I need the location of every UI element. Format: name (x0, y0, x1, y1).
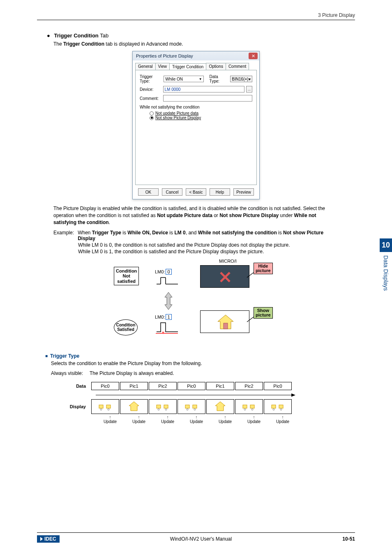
body-paragraph-1: The Picture Display is enabled while the… (53, 205, 339, 226)
svg-rect-15 (250, 405, 254, 408)
dialog-button-row: OK Cancel < Basic Help Preview (133, 185, 259, 199)
display-cell (206, 399, 234, 414)
data-cell: Pic1 (120, 382, 148, 390)
display-cell (149, 399, 177, 414)
clock-high-icon (155, 320, 180, 335)
svg-point-16 (244, 409, 246, 410)
side-chapter-title: Data Displays (383, 255, 389, 291)
device-label: Device: (140, 87, 163, 92)
tab-view[interactable]: View (155, 63, 170, 70)
svg-point-17 (251, 409, 253, 410)
side-tab: 10 Data Displays (380, 238, 392, 291)
example-block: Example: When Trigger Type is While ON, … (53, 230, 339, 254)
svg-rect-10 (185, 405, 189, 408)
data-type-combo[interactable]: BIN16(+)▾ (230, 76, 252, 82)
svg-rect-3 (106, 405, 111, 408)
arrow-icon (246, 272, 254, 280)
data-cell: Pic1 (206, 382, 234, 390)
screen-shown (200, 310, 249, 333)
header-breadcrumb: 3 Picture Display (37, 12, 355, 18)
footer-center: WindO/I-NV2 User's Manual (170, 536, 232, 542)
display-cell (235, 399, 263, 414)
svg-rect-7 (164, 405, 168, 408)
lm0-1-label: LM0:1 (155, 314, 172, 320)
data-cell: Pic0 (91, 382, 119, 390)
device-browse-button[interactable]: ... (246, 86, 252, 92)
section-intro: The Trigger Condition tab is displayed i… (53, 41, 355, 47)
data-type-label: Data Type: (210, 74, 229, 83)
properties-dialog: Properties of Picture Display ✕ General … (132, 51, 260, 199)
basic-button[interactable]: < Basic (186, 188, 206, 196)
clock-low-icon (155, 275, 180, 287)
section-heading: Trigger Condition Tab (47, 32, 355, 39)
lm0-0-label: LM0:0 (155, 269, 172, 275)
ok-button[interactable]: OK (138, 188, 159, 196)
close-icon[interactable]: ✕ (249, 53, 258, 59)
chevron-down-icon: ▾ (249, 77, 251, 81)
svg-point-21 (280, 409, 282, 410)
state-diagram: MICRO/I ConditionNotsatisfied LM0:0 Hide… (114, 259, 278, 345)
svg-point-9 (165, 409, 167, 410)
data-cell: Pic0 (178, 382, 205, 390)
always-visible-text: The Picture Display is always enabled. (90, 370, 174, 376)
updown-arrow-icon (163, 291, 174, 310)
svg-rect-19 (279, 405, 283, 408)
data-cell: Pic2 (235, 382, 263, 390)
svg-rect-18 (272, 405, 276, 408)
show-picture-callout: Showpicture (254, 307, 273, 319)
tab-panel: Trigger Type: While ON▼ Data Type: BIN16… (135, 70, 257, 185)
svg-rect-11 (193, 405, 197, 408)
timeline-arrow-icon (96, 390, 326, 398)
display-row-label: Display (66, 404, 91, 409)
header-rule (37, 20, 355, 20)
comment-input[interactable] (163, 95, 252, 102)
idec-logo: IDEC (37, 535, 60, 543)
dialog-titlebar: Properties of Picture Display ✕ (133, 51, 259, 60)
display-cell (120, 399, 148, 414)
display-cell (91, 399, 119, 414)
tab-row: General View Trigger Condition Options C… (135, 63, 257, 70)
trigger-type-label: Trigger Type: (140, 74, 164, 83)
comment-label: Comment: (140, 96, 163, 101)
always-visible-label: Always visible: (51, 370, 90, 376)
condition-satisfied-box: ConditionSatisfied (114, 319, 138, 335)
radio-not-show[interactable]: Not show Picture Display (150, 116, 252, 120)
side-chapter-number: 10 (380, 238, 392, 252)
svg-point-12 (187, 409, 188, 410)
condition-fieldset-label: While not satisfying the condition (140, 105, 252, 109)
always-visible-row: Always visible: The Picture Display is a… (51, 370, 355, 376)
help-button[interactable]: Help (210, 188, 230, 196)
condition-not-satisfied-box: ConditionNotsatisfied (114, 267, 139, 285)
page-number: 10-51 (342, 536, 355, 542)
tab-trigger-condition[interactable]: Trigger Condition (169, 63, 206, 70)
svg-rect-0 (224, 323, 228, 329)
tab-comment[interactable]: Comment (226, 63, 249, 70)
trigger-type-combo[interactable]: While ON▼ (164, 76, 203, 82)
house-icon (217, 314, 234, 331)
footer: IDEC WindO/I-NV2 User's Manual 10-51 (0, 532, 392, 543)
trigger-type-heading: Trigger Type (45, 353, 355, 359)
svg-point-4 (100, 409, 102, 410)
data-row-label: Data (66, 384, 91, 388)
example-label: Example: (53, 230, 78, 241)
tab-general[interactable]: General (135, 63, 156, 70)
tab-options[interactable]: Options (206, 63, 226, 70)
arrow-icon (246, 316, 254, 324)
hide-picture-callout: Hidepicture (254, 263, 273, 274)
example-line1: When Trigger Type is While ON, Device is… (78, 230, 339, 241)
cancel-button[interactable]: Cancel (162, 188, 182, 196)
svg-rect-6 (157, 405, 161, 408)
radio-not-update[interactable]: Not update Picture data (150, 111, 252, 116)
preview-button[interactable]: Preview (233, 188, 254, 196)
svg-point-13 (194, 409, 196, 410)
display-cell (264, 399, 292, 414)
svg-rect-14 (243, 405, 247, 408)
svg-point-5 (108, 409, 109, 410)
chevron-down-icon: ▼ (199, 77, 202, 81)
data-cell: Pic0 (264, 382, 292, 390)
trigger-type-body: Selects the condition to enable the Pict… (51, 361, 355, 366)
always-visible-timeline: Data Pic0 Pic1 Pic2 Pic0 Pic1 Pic2 Pic0 … (66, 382, 326, 424)
svg-point-20 (273, 409, 274, 410)
display-cell (178, 399, 205, 414)
device-input[interactable]: LM 0000 (163, 86, 244, 92)
